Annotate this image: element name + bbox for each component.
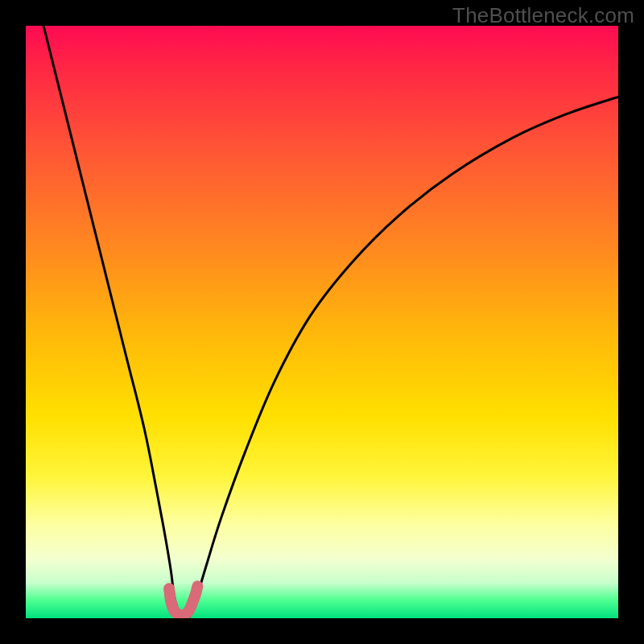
watermark-text: TheBottleneck.com <box>452 3 634 28</box>
curve-layer <box>26 26 618 618</box>
right-branch-curve <box>188 97 618 618</box>
chart-frame: TheBottleneck.com <box>0 0 644 644</box>
plot-area <box>26 26 618 618</box>
left-branch-curve <box>43 26 183 618</box>
valley-marker-u <box>169 586 197 615</box>
